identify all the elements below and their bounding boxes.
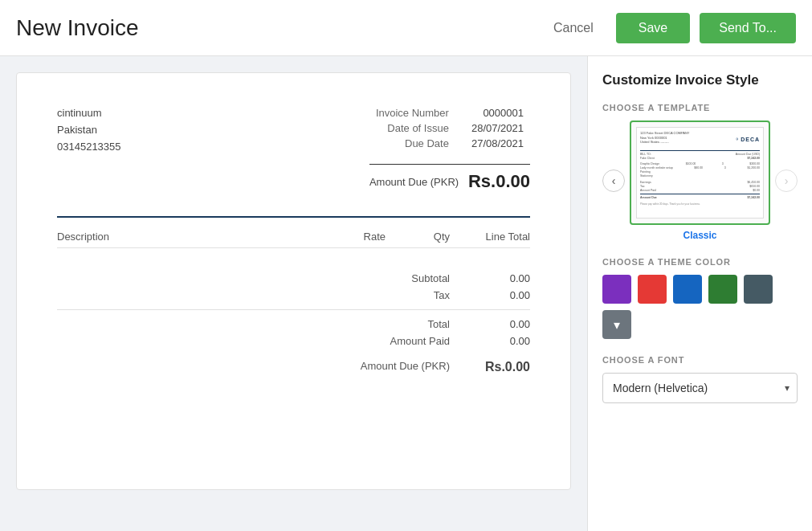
- col-line-total-header: Line Total: [450, 231, 530, 243]
- template-prev-button[interactable]: ‹: [602, 170, 625, 192]
- col-description-header: Description: [57, 231, 289, 243]
- amount-due-value: Rs.0.00: [468, 171, 530, 192]
- company-name: cintinuum: [57, 105, 121, 122]
- col-qty-header: Qty: [386, 231, 450, 243]
- total-value: 0.00: [466, 318, 530, 330]
- company-country: Pakistan: [57, 122, 121, 139]
- date-of-issue-label: Date of Issue: [369, 120, 465, 136]
- invoice-number-label: Invoice Number: [369, 105, 465, 120]
- color-section-label: CHOOSE A THEME COLOR: [602, 257, 798, 267]
- tax-value: 0.00: [466, 289, 530, 301]
- color-chooser: ▾: [602, 275, 798, 339]
- due-date-row: Due Date 27/08/2021: [369, 136, 530, 151]
- amount-paid-row: Amount Paid 0.00: [57, 335, 530, 347]
- sidebar-title: Customize Invoice Style: [602, 72, 798, 88]
- totals-section: Subtotal 0.00 Tax 0.00 Total 0.00 Amount…: [57, 272, 530, 374]
- invoice-number-row: Invoice Number 0000001: [369, 105, 530, 120]
- date-of-issue-value: 28/07/2021: [465, 120, 530, 136]
- cancel-button[interactable]: Cancel: [541, 14, 606, 42]
- more-colors-button[interactable]: ▾: [602, 310, 631, 339]
- total-row: Total 0.00: [57, 318, 530, 330]
- color-swatch-purple[interactable]: [602, 275, 631, 304]
- line-items-header: Description Rate Qty Line Total: [57, 226, 530, 248]
- color-swatch-blue[interactable]: [673, 275, 702, 304]
- totals-separator: [57, 309, 530, 310]
- company-phone: 03145213355: [57, 139, 121, 156]
- date-of-issue-row: Date of Issue 28/07/2021: [369, 120, 530, 136]
- template-preview: 123 Fake Street DECA COMPANY New York 00…: [630, 120, 770, 225]
- amount-paid-label: Amount Paid: [337, 335, 466, 347]
- invoice-divider: [57, 216, 530, 218]
- meta-table: Invoice Number 0000001 Date of Issue 28/…: [369, 105, 530, 151]
- tax-row: Tax 0.00: [57, 289, 530, 301]
- subtotal-label: Subtotal: [337, 272, 466, 284]
- header-actions: Cancel Save Send To...: [541, 13, 796, 43]
- invoice-top: cintinuum Pakistan 03145213355 Invoice N…: [57, 105, 530, 192]
- main-layout: cintinuum Pakistan 03145213355 Invoice N…: [0, 56, 812, 531]
- save-button[interactable]: Save: [616, 13, 690, 43]
- font-select[interactable]: Modern (Helvetica)Classic (Times New Rom…: [602, 373, 798, 403]
- font-section-label: CHOOSE A FONT: [602, 355, 798, 365]
- amount-due-row: Amount Due (PKR) Rs.0.00: [369, 164, 530, 192]
- amount-due-final-value: Rs.0.00: [466, 360, 530, 374]
- company-info: cintinuum Pakistan 03145213355: [57, 105, 121, 192]
- template-next-button[interactable]: ›: [775, 170, 798, 192]
- sidebar: Customize Invoice Style CHOOSE A TEMPLAT…: [587, 56, 812, 531]
- due-date-value: 27/08/2021: [465, 136, 530, 151]
- invoice-paper: cintinuum Pakistan 03145213355 Invoice N…: [16, 72, 571, 490]
- tax-label: Tax: [337, 289, 466, 301]
- amount-due-final-row: Amount Due (PKR) Rs.0.00: [57, 360, 530, 374]
- page-title: New Invoice: [16, 15, 541, 41]
- amount-paid-value: 0.00: [466, 335, 530, 347]
- invoice-number-value: 0000001: [465, 105, 530, 120]
- color-swatch-green[interactable]: [708, 275, 737, 304]
- template-name: Classic: [630, 230, 770, 241]
- color-swatch-red[interactable]: [638, 275, 667, 304]
- template-section-label: CHOOSE A TEMPLATE: [602, 103, 798, 112]
- header: New Invoice Cancel Save Send To...: [0, 0, 812, 56]
- color-swatch-steel[interactable]: [744, 275, 773, 304]
- total-label: Total: [337, 318, 466, 330]
- col-rate-header: Rate: [289, 231, 386, 243]
- invoice-area: cintinuum Pakistan 03145213355 Invoice N…: [0, 56, 587, 531]
- invoice-meta: Invoice Number 0000001 Date of Issue 28/…: [369, 105, 530, 192]
- template-preview-inner: 123 Fake Street DECA COMPANY New York 00…: [636, 127, 764, 219]
- amount-due-label: Amount Due (PKR): [369, 176, 459, 188]
- subtotal-row: Subtotal 0.00: [57, 272, 530, 284]
- due-date-label: Due Date: [369, 136, 465, 151]
- amount-due-final-label: Amount Due (PKR): [337, 360, 466, 374]
- send-button[interactable]: Send To...: [700, 13, 796, 43]
- subtotal-value: 0.00: [466, 272, 530, 284]
- template-chooser: ‹ 123 Fake Street DECA COMPANY New York …: [602, 120, 798, 241]
- font-select-wrapper: Modern (Helvetica)Classic (Times New Rom…: [602, 373, 798, 403]
